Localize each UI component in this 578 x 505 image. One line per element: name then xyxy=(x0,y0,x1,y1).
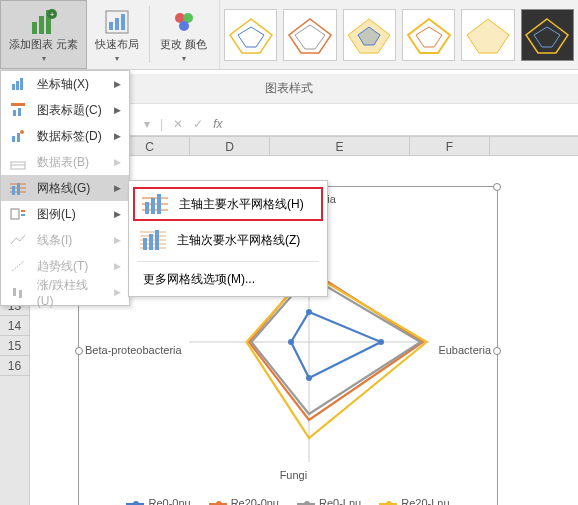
svg-rect-27 xyxy=(13,110,16,116)
menu-chart-title[interactable]: 图表标题(C)▶ xyxy=(1,97,129,123)
svg-rect-25 xyxy=(20,78,23,90)
ribbon: + 添加图表 元素 ▾ 快速布局 ▾ 更改 颜色 ▾ xyxy=(0,0,578,70)
lines-icon xyxy=(9,231,27,249)
data-labels-icon xyxy=(9,127,27,145)
svg-marker-15 xyxy=(295,25,325,49)
menu-axes[interactable]: 坐标轴(X)▶ xyxy=(1,71,129,97)
svg-rect-8 xyxy=(121,14,125,30)
col-header[interactable]: E xyxy=(270,137,410,155)
trendline-icon xyxy=(9,257,27,275)
major-h-icon xyxy=(141,192,169,216)
formula-bar[interactable]: ▾ | ✕ ✓ fx xyxy=(130,112,578,136)
svg-point-11 xyxy=(179,21,189,31)
data-table-icon xyxy=(9,153,27,171)
chevron-down-icon: ▾ xyxy=(42,54,46,63)
svg-marker-21 xyxy=(526,19,568,53)
svg-point-65 xyxy=(378,339,384,345)
svg-rect-48 xyxy=(145,202,149,214)
legend-item[interactable]: Re20-0nu xyxy=(209,497,279,505)
svg-rect-56 xyxy=(143,238,147,250)
change-colors-label: 更改 颜色 xyxy=(160,38,207,51)
svg-rect-7 xyxy=(115,18,119,30)
quick-layout-button[interactable]: 快速布局 ▾ xyxy=(87,0,147,69)
svg-rect-6 xyxy=(109,22,113,30)
gridlines-submenu: 主轴主要水平网格线(H) 主轴次要水平网格线(Z) 更多网格线选项(M)... xyxy=(128,180,328,297)
svg-rect-23 xyxy=(12,84,15,90)
svg-rect-58 xyxy=(155,230,159,250)
row-header[interactable]: 15 xyxy=(0,336,29,356)
svg-rect-26 xyxy=(11,103,25,106)
svg-rect-37 xyxy=(12,186,15,195)
add-element-menu: 坐标轴(X)▶ 图表标题(C)▶ 数据标签(D)▶ 数据表(B)▶ 网格线(G)… xyxy=(0,70,130,306)
svg-rect-1 xyxy=(39,16,44,34)
svg-marker-63 xyxy=(291,312,381,378)
add-chart-element-button[interactable]: + 添加图表 元素 ▾ xyxy=(0,0,87,69)
style-preset[interactable] xyxy=(521,9,574,61)
chart-style-gallery[interactable] xyxy=(219,0,578,69)
menu-lines: 线条(I)▶ xyxy=(1,227,129,253)
submenu-minor-horizontal[interactable]: 主轴次要水平网格线(Z) xyxy=(129,223,327,257)
updown-icon xyxy=(9,283,27,301)
svg-rect-39 xyxy=(11,209,19,219)
add-element-label: 添加图表 元素 xyxy=(9,38,78,51)
separator xyxy=(137,261,319,262)
style-preset[interactable] xyxy=(402,9,455,61)
svg-rect-49 xyxy=(151,198,155,214)
submenu-more-gridlines[interactable]: 更多网格线选项(M)... xyxy=(129,266,327,292)
style-preset[interactable] xyxy=(343,9,396,61)
quick-layout-icon xyxy=(101,6,133,38)
svg-rect-41 xyxy=(21,214,25,216)
svg-marker-18 xyxy=(408,19,450,53)
fb-down-icon[interactable]: ▾ xyxy=(144,117,150,131)
svg-point-66 xyxy=(306,375,312,381)
submenu-major-horizontal[interactable]: 主轴主要水平网格线(H) xyxy=(133,187,323,221)
svg-point-67 xyxy=(288,339,294,345)
svg-rect-0 xyxy=(32,22,37,34)
menu-data-table: 数据表(B)▶ xyxy=(1,149,129,175)
svg-text:+: + xyxy=(49,10,54,19)
fb-confirm-icon: ✓ xyxy=(193,117,203,131)
chevron-down-icon: ▾ xyxy=(115,54,119,63)
row-header[interactable]: 16 xyxy=(0,356,29,376)
style-preset[interactable] xyxy=(224,9,277,61)
menu-legend[interactable]: 图例(L)▶ xyxy=(1,201,129,227)
title-icon xyxy=(9,101,27,119)
gridlines-icon xyxy=(9,179,27,197)
chevron-down-icon: ▾ xyxy=(182,54,186,63)
col-header[interactable]: F xyxy=(410,137,490,155)
svg-rect-50 xyxy=(157,194,161,214)
legend-item[interactable]: Re0-Lnu xyxy=(297,497,361,505)
svg-rect-30 xyxy=(17,133,20,142)
menu-gridlines[interactable]: 网格线(G)▶ xyxy=(1,175,129,201)
separator xyxy=(149,6,150,63)
change-colors-button[interactable]: 更改 颜色 ▾ xyxy=(152,0,215,69)
fx-label[interactable]: fx xyxy=(213,117,222,131)
minor-h-icon xyxy=(139,228,167,252)
menu-data-labels[interactable]: 数据标签(D)▶ xyxy=(1,123,129,149)
menu-trendline: 趋势线(T)▶ xyxy=(1,253,129,279)
quick-layout-label: 快速布局 xyxy=(95,38,139,51)
menu-updown-bars: 涨/跌柱线(U)▶ xyxy=(1,279,129,305)
svg-rect-29 xyxy=(12,136,15,142)
svg-point-31 xyxy=(20,130,24,134)
svg-rect-40 xyxy=(21,210,25,212)
axis-label-right: Eubacteria xyxy=(438,344,491,356)
svg-rect-57 xyxy=(149,234,153,250)
axis-label-left: Beta-proteobacteria xyxy=(85,344,182,356)
legend-item[interactable]: Re20-Lnu xyxy=(379,497,449,505)
svg-marker-13 xyxy=(238,27,264,47)
row-header[interactable]: 14 xyxy=(0,316,29,336)
chart-legend[interactable]: Re0-0nuRe20-0nuRe0-LnuRe20-Lnu xyxy=(79,497,497,505)
legend-item[interactable]: Re0-0nu xyxy=(126,497,190,505)
axes-icon xyxy=(9,75,27,93)
add-element-icon: + xyxy=(28,6,60,38)
svg-point-64 xyxy=(306,309,312,315)
style-preset[interactable] xyxy=(283,9,336,61)
svg-rect-28 xyxy=(18,108,21,116)
svg-rect-44 xyxy=(19,290,22,298)
palette-icon xyxy=(168,6,200,38)
col-header[interactable]: D xyxy=(190,137,270,155)
svg-rect-38 xyxy=(17,183,20,195)
style-preset[interactable] xyxy=(461,9,514,61)
legend-icon xyxy=(9,205,27,223)
